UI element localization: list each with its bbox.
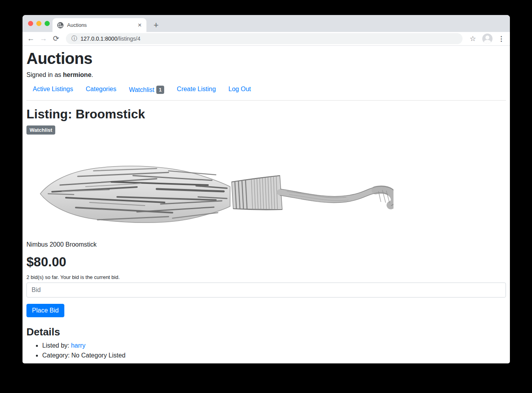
minimize-window-button[interactable] <box>36 21 41 26</box>
bid-input[interactable] <box>26 283 506 298</box>
nav-log-out[interactable]: Log Out <box>222 82 257 97</box>
traffic-lights <box>28 21 50 26</box>
nav-categories[interactable]: Categories <box>79 82 122 97</box>
details-heading: Details <box>26 326 506 338</box>
reload-icon[interactable]: ⟳ <box>50 33 62 45</box>
address-bar[interactable]: ⓘ 127.0.0.1:8000/listings/4 <box>66 33 463 44</box>
divider <box>26 100 506 101</box>
listed-by-label: Listed by: <box>42 342 71 349</box>
avatar-head-icon <box>485 36 489 39</box>
main-nav: Active Listings Categories Watchlist1 Cr… <box>26 82 506 97</box>
bookmark-star-icon[interactable]: ☆ <box>467 33 478 44</box>
bid-form <box>26 283 506 298</box>
category-item: Category: No Category Listed <box>42 352 506 359</box>
watchlist-badge: Watchlist <box>26 125 55 135</box>
avatar-body-icon <box>484 40 491 44</box>
url-text: 127.0.0.1:8000/listings/4 <box>81 36 140 42</box>
details-list: Listed by: harry Category: No Category L… <box>26 342 506 359</box>
browser-menu-icon[interactable]: ⋮ <box>496 33 506 44</box>
close-tab-icon[interactable]: × <box>137 22 142 28</box>
listed-by-item: Listed by: harry <box>42 342 506 349</box>
listing-heading: Listing: Broomstick <box>26 107 506 122</box>
place-bid-button[interactable]: Place Bid <box>26 304 64 317</box>
listing-image <box>26 138 506 236</box>
browser-toolbar: ← → ⟳ ⓘ 127.0.0.1:8000/listings/4 ☆ ⋮ <box>22 32 510 46</box>
signed-in-status: Signed in as hermione. <box>26 71 506 79</box>
listed-by-user-link[interactable]: harry <box>71 342 85 349</box>
forward-icon[interactable]: → <box>37 33 49 45</box>
site-title: Auctions <box>26 50 506 67</box>
back-icon[interactable]: ← <box>25 33 37 45</box>
listing-description: Nimbus 2000 Broomstick <box>26 241 506 248</box>
nav-create-listing[interactable]: Create Listing <box>170 82 222 97</box>
nav-watchlist-label: Watchlist <box>129 86 154 93</box>
signed-in-username: hermione <box>63 71 92 78</box>
page-content: Auctions Signed in as hermione. Active L… <box>22 46 510 363</box>
signed-in-prefix: Signed in as <box>26 71 63 78</box>
signed-in-suffix: . <box>92 71 93 78</box>
maximize-window-button[interactable] <box>45 21 50 26</box>
nav-active-listings[interactable]: Active Listings <box>26 82 79 97</box>
current-price: $80.00 <box>26 255 506 269</box>
tab-strip: Auctions × + <box>22 15 510 32</box>
watchlist-count-badge: 1 <box>156 86 164 94</box>
page-info-icon[interactable]: ⓘ <box>71 35 77 42</box>
bid-status-note: 2 bid(s) so far. Your bid is the current… <box>26 274 506 280</box>
url-path: /listings/4 <box>117 36 140 42</box>
broomstick-sketch-image <box>38 150 393 233</box>
close-window-button[interactable] <box>28 21 33 26</box>
new-tab-button[interactable]: + <box>152 21 160 29</box>
tab-title: Auctions <box>67 22 133 28</box>
nav-watchlist[interactable]: Watchlist1 <box>123 82 170 97</box>
browser-window: Auctions × + ← → ⟳ ⓘ 127.0.0.1:8000/list… <box>22 15 510 363</box>
category-label: Category: No Category Listed <box>42 352 126 359</box>
profile-avatar[interactable] <box>482 34 493 44</box>
globe-favicon-icon <box>57 22 64 28</box>
url-host: 127.0.0.1:8000 <box>81 36 117 42</box>
browser-tab[interactable]: Auctions × <box>52 18 146 32</box>
